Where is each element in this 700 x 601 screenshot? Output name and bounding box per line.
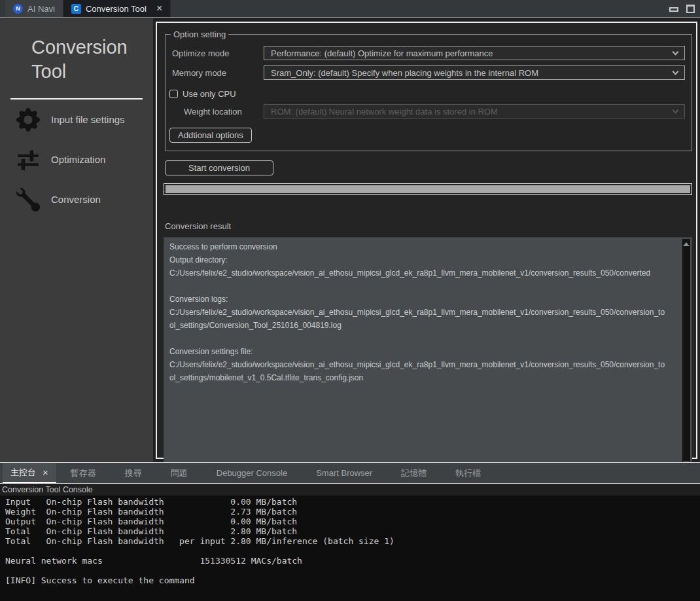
gear-icon bbox=[16, 107, 41, 132]
conversion-result-output[interactable]: Success to perform conversion Output dir… bbox=[164, 237, 692, 471]
app-window: { "icons": { "close": "×" }, "top_tabs":… bbox=[0, 0, 700, 601]
additional-options-button[interactable]: Addtional options bbox=[169, 128, 252, 143]
tab-ai-navi-label: AI Navi bbox=[27, 4, 55, 14]
option-setting-group: Option setting Optimize mode Performance… bbox=[165, 29, 692, 151]
tab-registers-label: 暫存器 bbox=[71, 467, 96, 479]
page-title: Conversion Tool bbox=[31, 35, 143, 84]
conversion-tool-icon: C bbox=[71, 4, 81, 14]
wrench-icon bbox=[16, 187, 41, 212]
tab-problems-label: 問題 bbox=[171, 467, 188, 479]
tab-executables-label: 執行檔 bbox=[455, 467, 481, 479]
sidebar-item-conversion[interactable]: Conversion bbox=[0, 179, 153, 219]
close-icon[interactable]: × bbox=[43, 467, 48, 477]
window-controls bbox=[669, 0, 700, 17]
tab-debugger-console[interactable]: Debugger Console bbox=[202, 463, 302, 483]
chevron-down-icon bbox=[673, 48, 679, 55]
console-output-area[interactable]: Input On-chip Flash bandwidth 0.00 MB/ba… bbox=[0, 496, 700, 601]
tab-ai-navi[interactable]: N AI Navi bbox=[5, 0, 63, 17]
console-output-text: Input On-chip Flash bandwidth 0.00 MB/ba… bbox=[0, 496, 700, 585]
optimize-mode-select[interactable]: Performance: (default) Optimize for maxi… bbox=[264, 46, 685, 60]
tab-debugger-console-label: Debugger Console bbox=[217, 468, 287, 478]
tab-search-label: 搜尋 bbox=[125, 467, 142, 479]
use-only-cpu-checkbox[interactable] bbox=[169, 90, 178, 98]
memory-mode-value: Sram_Only: (default) Specify when placin… bbox=[271, 68, 673, 78]
sidebar: Conversion Tool Input file settings Opti… bbox=[0, 18, 153, 462]
top-tab-bar: N AI Navi C Conversion Tool × bbox=[0, 0, 700, 18]
conversion-result-label: Conversion result bbox=[165, 221, 696, 231]
chevron-down-icon bbox=[673, 68, 679, 75]
tab-registers[interactable]: 暫存器 bbox=[56, 463, 111, 483]
weight-location-value: ROM: (default) Neural network weight dat… bbox=[271, 107, 673, 117]
ai-navi-icon: N bbox=[13, 4, 23, 14]
tab-console[interactable]: 主控台 × bbox=[3, 463, 56, 483]
tab-smart-browser[interactable]: Smart Browser bbox=[302, 463, 387, 483]
option-setting-title: Option setting bbox=[171, 29, 228, 39]
sliders-icon bbox=[16, 147, 41, 172]
optimize-mode-value: Performance: (default) Optimize for maxi… bbox=[271, 48, 673, 58]
progress-bar-fill bbox=[166, 185, 690, 193]
maximize-button[interactable] bbox=[686, 5, 695, 13]
minimize-button[interactable] bbox=[669, 7, 678, 12]
start-conversion-button[interactable]: Start conversion bbox=[165, 160, 273, 175]
tab-memory[interactable]: 記憶體 bbox=[387, 463, 441, 483]
sidebar-item-input-file-settings[interactable]: Input file settings bbox=[0, 100, 153, 139]
tab-problems[interactable]: 問題 bbox=[156, 463, 202, 483]
tab-executables[interactable]: 執行檔 bbox=[441, 463, 495, 483]
progress-bar bbox=[164, 183, 692, 195]
use-only-cpu-label: Use only CPU bbox=[183, 89, 236, 99]
use-only-cpu-row: Use only CPU bbox=[169, 89, 691, 99]
tab-smart-browser-label: Smart Browser bbox=[316, 468, 372, 478]
tab-conversion-tool-label: Conversion Tool bbox=[86, 4, 147, 14]
console-view-title: Conversion Tool Console bbox=[0, 484, 700, 496]
sidebar-item-label: Conversion bbox=[51, 194, 101, 205]
memory-mode-label: Memory mode bbox=[172, 68, 264, 78]
chevron-down-icon bbox=[673, 107, 679, 113]
tab-conversion-tool[interactable]: C Conversion Tool × bbox=[63, 0, 171, 17]
memory-mode-select[interactable]: Sram_Only: (default) Specify when placin… bbox=[264, 65, 685, 80]
conversion-panel: Option setting Optimize mode Performance… bbox=[156, 22, 697, 459]
result-scrollbar[interactable] bbox=[682, 238, 691, 469]
scroll-up-icon[interactable] bbox=[683, 242, 690, 246]
optimize-mode-label: Optimize mode bbox=[172, 48, 264, 58]
sidebar-item-label: Input file settings bbox=[51, 114, 125, 125]
conversion-result-text: Success to perform conversion Output dir… bbox=[164, 238, 682, 470]
weight-location-select[interactable]: ROM: (default) Neural network weight dat… bbox=[264, 104, 685, 118]
sidebar-item-label: Optimization bbox=[51, 154, 105, 165]
sidebar-item-optimization[interactable]: Optimization bbox=[0, 139, 153, 179]
weight-location-label: Weight location bbox=[172, 107, 264, 117]
tab-memory-label: 記憶體 bbox=[401, 467, 427, 479]
tab-console-label: 主控台 bbox=[10, 467, 36, 479]
tab-search[interactable]: 搜尋 bbox=[111, 463, 156, 483]
bottom-view-tab-bar: 主控台 × 暫存器 搜尋 問題 Debugger Console Smart B… bbox=[0, 462, 700, 484]
close-icon[interactable]: × bbox=[156, 3, 162, 14]
